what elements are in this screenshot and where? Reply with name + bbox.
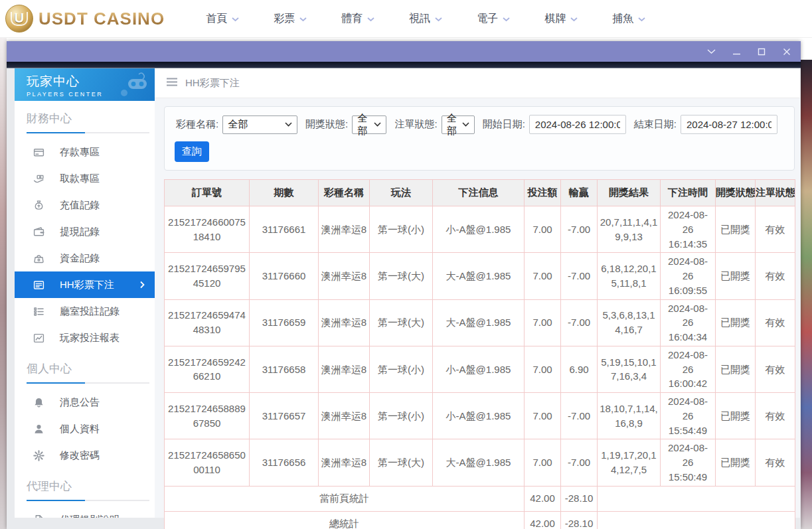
table-cell: 已開獎 bbox=[716, 439, 756, 486]
table-cell: 第一球(大) bbox=[370, 253, 433, 299]
sidebar-item[interactable]: 修改密碼 bbox=[15, 442, 155, 469]
table-cell: 31176661 bbox=[250, 206, 319, 253]
chevron-right-icon bbox=[139, 281, 145, 289]
chevron-down-icon bbox=[232, 13, 239, 25]
minimize-icon[interactable] bbox=[732, 47, 741, 56]
start-date-label: 開始日期: bbox=[483, 118, 525, 131]
sidebar-item[interactable]: 玩家投注報表 bbox=[15, 325, 155, 351]
nav-item[interactable]: 視訊 bbox=[409, 12, 442, 26]
maximize-icon[interactable] bbox=[757, 47, 766, 56]
table-cell: -7.00 bbox=[561, 206, 598, 253]
sidebar-section-title: 代理中心 bbox=[27, 479, 143, 494]
section-underline bbox=[27, 132, 149, 133]
summary-label: 當前頁統計 bbox=[165, 486, 525, 511]
table-cell: 2024-08-26 16:14:35 bbox=[661, 206, 716, 253]
chevron-down-icon bbox=[435, 13, 442, 25]
window-body: 玩家中心 PLAYERS CENTER 財務中心 存款專區 取款 bbox=[7, 62, 801, 529]
withdraw-hand-icon bbox=[33, 173, 44, 185]
purse-icon bbox=[33, 252, 44, 264]
table-cell: 7.00 bbox=[525, 439, 561, 486]
sidebar-section-title: 個人中心 bbox=[27, 361, 143, 376]
lottery-bet-icon bbox=[33, 279, 44, 291]
sidebar-item-label: 個人資料 bbox=[60, 423, 100, 435]
gear-icon bbox=[33, 449, 44, 461]
nav-item-label: 棋牌 bbox=[544, 12, 566, 26]
table-row: 215217246594744831031176659澳洲幸运8第一球(大)大-… bbox=[165, 299, 795, 346]
menu-icon[interactable] bbox=[166, 77, 178, 89]
sidebar-item[interactable]: 提現記錄 bbox=[15, 218, 155, 245]
sidebar-item[interactable]: 存款專區 bbox=[15, 139, 155, 165]
table-cell: 第一球(大) bbox=[370, 299, 433, 346]
table-cell: 18,10,7,1,14,16,8,9 bbox=[598, 393, 661, 439]
table-cell: 有效 bbox=[756, 253, 795, 299]
sidebar-item-label: 資金記錄 bbox=[60, 252, 100, 265]
table-cell: 第一球(小) bbox=[370, 206, 433, 253]
summary-label: 總統計 bbox=[165, 511, 525, 529]
sidebar-item[interactable]: 取款專區 bbox=[15, 165, 155, 192]
nav-item[interactable]: 首頁 bbox=[206, 12, 239, 26]
hall-record-icon bbox=[33, 305, 44, 317]
collapse-icon[interactable] bbox=[706, 47, 716, 56]
table-cell: 有效 bbox=[756, 439, 795, 486]
bets-table: 訂單號期數彩種名稱玩法下注信息投注額輸贏開獎結果下注時間開獎狀態注單狀態 215… bbox=[164, 179, 795, 529]
table-column-header: 下注時間 bbox=[661, 180, 716, 206]
summary-bet-total: 42.00 bbox=[525, 486, 561, 511]
table-cell: 2152172465888967850 bbox=[165, 393, 250, 439]
table-cell: 2152172465865000110 bbox=[165, 439, 250, 486]
bell-icon bbox=[33, 396, 44, 408]
table-column-header: 開獎狀態 bbox=[716, 180, 756, 206]
table-cell: 有效 bbox=[756, 299, 795, 346]
nav-item[interactable]: 電子 bbox=[477, 12, 510, 26]
table-cell: 澳洲幸运8 bbox=[319, 346, 370, 392]
table-cell: 31176658 bbox=[250, 346, 319, 392]
table-cell: 已開獎 bbox=[716, 393, 756, 439]
summary-winloss-total: -28.10 bbox=[561, 511, 598, 529]
table-cell: 澳洲幸运8 bbox=[319, 253, 370, 299]
end-date-input[interactable] bbox=[681, 115, 777, 134]
close-icon[interactable] bbox=[782, 47, 791, 56]
table-cell: 已開獎 bbox=[716, 346, 756, 392]
table-cell: 小-A盤@1.985 bbox=[433, 346, 525, 392]
start-date-input[interactable] bbox=[529, 115, 626, 134]
table-cell: 2024-08-26 16:00:42 bbox=[661, 346, 716, 392]
table-cell: 2152172465979545120 bbox=[165, 253, 250, 299]
deposit-card-icon bbox=[33, 146, 44, 158]
chevron-down-icon bbox=[367, 13, 374, 25]
sidebar-section-title: 財務中心 bbox=[27, 111, 143, 126]
query-button[interactable]: 查詢 bbox=[175, 141, 209, 162]
table-cell: 大-A盤@1.985 bbox=[433, 253, 525, 299]
table-cell: 31176656 bbox=[250, 439, 319, 486]
summary-bet-total: 42.00 bbox=[525, 511, 561, 529]
money-bag-icon bbox=[33, 199, 44, 211]
sidebar-item[interactable]: 充值記錄 bbox=[15, 192, 155, 218]
sidebar-item[interactable]: 個人資料 bbox=[15, 416, 155, 442]
document-icon bbox=[33, 514, 44, 518]
filter-row: 彩種名稱: 全部 開獎狀態: 全部 注單狀態: 全部 bbox=[175, 115, 784, 134]
person-icon bbox=[33, 423, 44, 435]
nav-item[interactable]: 體育 bbox=[341, 12, 374, 26]
table-column-header: 期數 bbox=[250, 180, 319, 206]
page-background-right bbox=[800, 60, 812, 529]
table-cell: 5,3,6,8,13,14,16,7 bbox=[598, 299, 661, 346]
sidebar-item-label: 修改密碼 bbox=[60, 449, 100, 462]
sidebar-item[interactable]: 廳室投註記錄 bbox=[15, 298, 155, 325]
draw-status-select[interactable]: 全部 bbox=[352, 115, 386, 134]
sidebar-item[interactable]: 資金記錄 bbox=[15, 245, 155, 271]
sidebar-item[interactable]: HH彩票下注 bbox=[15, 271, 155, 298]
nav-item[interactable]: 捕魚 bbox=[612, 12, 645, 26]
lottery-name-select[interactable]: 全部 bbox=[222, 115, 297, 134]
sidebar-item-label: 消息公告 bbox=[60, 396, 100, 409]
draw-status-label: 開獎狀態: bbox=[305, 118, 348, 131]
sidebar-item[interactable]: 消息公告 bbox=[15, 389, 155, 416]
sidebar-item[interactable]: 代理規則說明 bbox=[15, 506, 155, 518]
nav-item[interactable]: 彩票 bbox=[274, 12, 307, 26]
nav-item-label: 彩票 bbox=[274, 12, 295, 26]
site-logo[interactable]: U USDT CASINO bbox=[5, 5, 165, 33]
table-cell: 31176659 bbox=[250, 299, 319, 346]
logo-text: USDT CASINO bbox=[39, 9, 165, 29]
table-cell: 已開獎 bbox=[716, 253, 756, 299]
sidebar-item-label: 充值記錄 bbox=[60, 199, 100, 212]
lottery-name-label: 彩種名稱: bbox=[176, 118, 218, 131]
order-status-select[interactable]: 全部 bbox=[442, 115, 475, 134]
nav-item[interactable]: 棋牌 bbox=[544, 12, 578, 26]
